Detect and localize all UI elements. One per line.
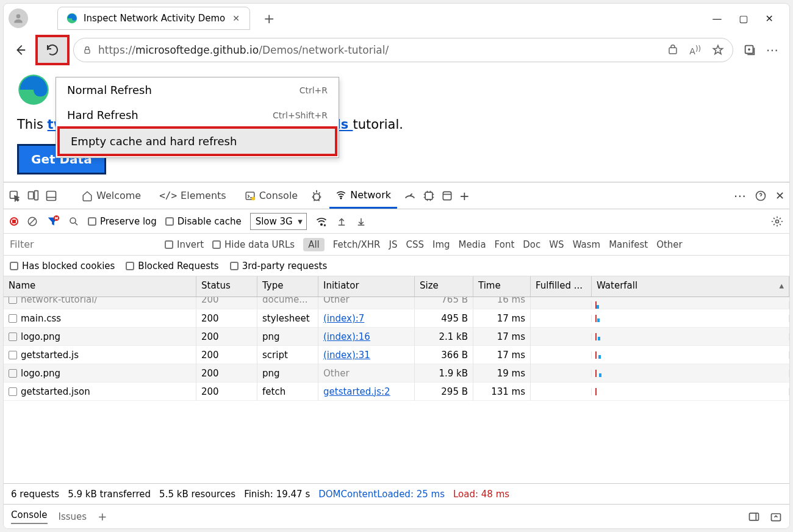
tab-close-icon[interactable]: ✕ <box>231 13 241 23</box>
devtools-drawer: Console Issues + <box>4 504 789 528</box>
hide-data-urls-checkbox[interactable]: Hide data URLs <box>212 239 295 250</box>
filter-type[interactable]: Wasm <box>573 239 601 250</box>
blocked-cookies-checkbox[interactable]: Has blocked cookies <box>10 261 115 271</box>
minimize-button[interactable]: — <box>712 13 722 24</box>
read-aloud-icon[interactable]: A)) <box>689 44 701 56</box>
tab-welcome[interactable]: Welcome <box>76 182 147 209</box>
filter-type[interactable]: CSS <box>406 239 424 250</box>
memory-icon[interactable] <box>423 190 435 202</box>
clear-icon[interactable] <box>27 216 38 227</box>
col-initiator[interactable]: Initiator <box>318 276 415 297</box>
home-icon <box>82 190 93 201</box>
svg-rect-23 <box>772 514 781 521</box>
tab-console[interactable]: Console <box>239 182 304 209</box>
bug-icon[interactable] <box>310 189 323 203</box>
browser-tab[interactable]: Inspect Network Activity Demo ✕ <box>57 7 250 30</box>
third-party-checkbox[interactable]: 3rd-party requests <box>230 261 328 271</box>
col-type[interactable]: Type <box>257 276 318 297</box>
filter-type[interactable]: JS <box>389 239 398 250</box>
table-row[interactable]: getstarted.js200script(index):31366 B17 … <box>4 346 789 364</box>
filter-type[interactable]: Img <box>432 239 450 250</box>
devtools-panel: Welcome </> Elements Console Network + ⋯ <box>4 182 789 528</box>
application-icon[interactable] <box>441 190 453 202</box>
code-icon: </> <box>159 190 177 201</box>
network-toolbar: Preserve log Disable cache Slow 3G <box>4 209 789 234</box>
profile-avatar[interactable] <box>9 9 28 28</box>
svg-rect-15 <box>443 192 451 200</box>
col-name[interactable]: Name <box>4 276 196 297</box>
filter-type[interactable]: WS <box>549 239 564 250</box>
devtools-tabbar: Welcome </> Elements Console Network + ⋯ <box>4 182 789 209</box>
more-tabs-icon[interactable]: ⋯ <box>734 189 746 203</box>
record-button[interactable] <box>10 217 18 226</box>
devtools-close-icon[interactable]: ✕ <box>775 189 784 202</box>
filter-type[interactable]: Manifest <box>609 239 648 250</box>
table-row[interactable]: getstarted.json200fetchgetstarted.js:229… <box>4 383 789 401</box>
filter-type[interactable]: Doc <box>523 239 540 250</box>
download-har-icon[interactable] <box>356 216 367 227</box>
svg-rect-7 <box>29 192 34 199</box>
filter-all[interactable]: All <box>303 238 325 251</box>
maximize-button[interactable]: ▢ <box>739 13 748 24</box>
filter-funnel-icon[interactable] <box>46 215 60 228</box>
svg-point-20 <box>320 223 322 225</box>
inspect-icon[interactable] <box>9 190 21 202</box>
upload-har-icon[interactable] <box>336 216 347 227</box>
network-conditions-icon[interactable] <box>315 215 328 228</box>
close-button[interactable]: ✕ <box>766 13 773 24</box>
filter-type[interactable]: Other <box>656 239 683 250</box>
filter-type[interactable]: Fetch/XHR <box>333 239 381 250</box>
filter-type[interactable]: Font <box>495 239 515 250</box>
refresh-button-highlighted[interactable] <box>35 35 70 65</box>
highlight-box: Empty cache and hard refresh <box>57 126 337 156</box>
filter-type[interactable]: Media <box>459 239 486 250</box>
device-icon[interactable] <box>27 190 39 202</box>
table-row[interactable]: logo.png200pngOther1.9 kB19 ms <box>4 364 789 383</box>
col-size[interactable]: Size <box>415 276 473 297</box>
collections-icon[interactable] <box>743 43 756 57</box>
drawer-collapse-icon[interactable] <box>770 511 782 523</box>
col-status[interactable]: Status <box>196 276 257 297</box>
performance-icon[interactable] <box>403 189 417 203</box>
ctx-hard-refresh[interactable]: Hard Refresh Ctrl+Shift+R <box>56 102 339 128</box>
browser-right-icons: ⋯ <box>737 43 784 57</box>
invert-checkbox[interactable]: Invert <box>165 239 204 250</box>
blocked-requests-checkbox[interactable]: Blocked Requests <box>126 261 218 271</box>
col-waterfall[interactable]: Waterfall▴ <box>592 276 789 297</box>
throttling-select[interactable]: Slow 3G <box>250 213 307 230</box>
drawer-icon-1[interactable] <box>748 511 760 523</box>
tab-elements[interactable]: </> Elements <box>153 182 232 209</box>
ctx-normal-refresh[interactable]: Normal Refresh Ctrl+R <box>56 77 339 102</box>
grid-header: Name Status Type Initiator Size Time Ful… <box>4 276 789 297</box>
menu-dots-icon[interactable]: ⋯ <box>766 43 778 57</box>
refresh-context-menu: Normal Refresh Ctrl+R Hard Refresh Ctrl+… <box>56 77 339 158</box>
back-button[interactable] <box>9 38 32 62</box>
drawer-issues-tab[interactable]: Issues <box>59 511 87 522</box>
disable-cache-checkbox[interactable]: Disable cache <box>165 216 242 227</box>
table-row[interactable]: main.css200stylesheet(index):7495 B17 ms <box>4 309 789 328</box>
url-field[interactable]: https://microsoftedge.github.io/Demos/ne… <box>73 38 733 62</box>
edge-logo-icon <box>17 73 50 106</box>
add-tab-icon[interactable]: + <box>459 189 470 203</box>
tab-network[interactable]: Network <box>329 182 397 209</box>
help-icon[interactable] <box>755 190 767 202</box>
col-time[interactable]: Time <box>473 276 531 297</box>
dock-icon[interactable] <box>45 190 57 202</box>
search-icon[interactable] <box>68 216 79 227</box>
window-controls: — ▢ ✕ <box>712 13 784 24</box>
table-row[interactable]: network-tutorial/200docume...Other765 B1… <box>4 297 789 309</box>
new-tab-button[interactable]: + <box>255 11 283 26</box>
ctx-empty-cache-hard-refresh[interactable]: Empty cache and hard refresh <box>60 129 335 154</box>
col-fulfilled[interactable]: Fulfilled ... <box>531 276 592 297</box>
drawer-add-icon[interactable]: + <box>98 510 107 523</box>
svg-point-11 <box>251 196 255 200</box>
preserve-log-checkbox[interactable]: Preserve log <box>88 216 157 227</box>
favorite-star-icon[interactable] <box>712 44 724 56</box>
settings-gear-icon[interactable] <box>771 215 783 228</box>
table-row[interactable]: logo.png200png(index):162.1 kB17 ms <box>4 328 789 346</box>
network-filter-bar: Invert Hide data URLs All Fetch/XHR JS C… <box>4 234 789 256</box>
shopping-icon[interactable] <box>667 45 678 56</box>
filter-input[interactable] <box>10 237 156 251</box>
sort-asc-icon: ▴ <box>779 280 784 291</box>
drawer-console-tab[interactable]: Console <box>11 509 48 524</box>
